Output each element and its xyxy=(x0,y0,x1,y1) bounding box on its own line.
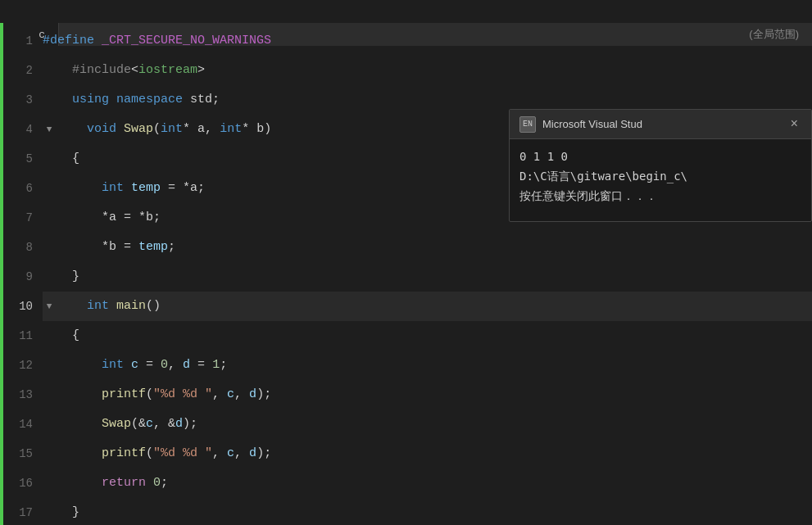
line-number-12: 12 xyxy=(10,351,33,380)
code-line-16: return 0; xyxy=(43,468,812,498)
code-line-9: } xyxy=(43,262,812,292)
code-line-12: int c = 0, d = 1; xyxy=(43,351,812,380)
code-line-8: *b = temp; xyxy=(43,233,812,262)
editor-container: pp2.c (全局范围) 1234567891011121314151617 #… xyxy=(0,23,812,525)
line-number-2: 2 xyxy=(10,56,33,85)
terminal-overlay: EN Microsoft Visual Stud × 0 1 1 0D:\C语言… xyxy=(509,109,812,222)
terminal-line-0: 0 1 1 0 xyxy=(519,147,801,167)
line-number-3: 3 xyxy=(10,85,33,115)
code-line-17: } xyxy=(43,498,812,525)
terminal-close-button[interactable]: × xyxy=(787,115,801,134)
line-number-13: 13 xyxy=(10,380,33,410)
line-number-16: 16 xyxy=(10,468,33,498)
line-number-15: 15 xyxy=(10,439,33,468)
code-line-11: { xyxy=(43,321,812,351)
line-number-4: 4 xyxy=(10,115,33,144)
line-number-5: 5 xyxy=(10,144,33,174)
line-number-8: 8 xyxy=(10,233,33,262)
code-line-15: printf("%d %d ", c, d); xyxy=(43,439,812,468)
terminal-line-1: D:\C语言\gitware\begin_c\ xyxy=(519,167,801,187)
line-number-14: 14 xyxy=(10,410,33,439)
line-number-7: 7 xyxy=(10,203,33,233)
terminal-titlebar: EN Microsoft Visual Stud × xyxy=(510,110,811,139)
terminal-title: Microsoft Visual Stud xyxy=(542,118,787,130)
line-number-11: 11 xyxy=(10,321,33,351)
line-number-10: 10 xyxy=(10,292,33,321)
code-line-2: #include<iostream> xyxy=(43,56,812,85)
line-number-1: 1 xyxy=(10,26,33,56)
line-number-17: 17 xyxy=(10,498,33,525)
line-number-9: 9 xyxy=(10,262,33,292)
line-numbers: 1234567891011121314151617 xyxy=(3,23,39,525)
collapse-icon-4[interactable]: ▼ xyxy=(43,123,56,136)
code-line-14: Swap(&c, &d); xyxy=(43,410,812,439)
code-line-1: #define _CRT_SECURE_NO_WARNINGS xyxy=(43,26,812,56)
code-lines: #define _CRT_SECURE_NO_WARNINGS #include… xyxy=(39,23,812,525)
terminal-icon: EN xyxy=(519,116,536,133)
code-line-13: printf("%d %d ", c, d); xyxy=(43,380,812,410)
terminal-line-2: 按任意键关闭此窗口．．． xyxy=(519,187,801,206)
line-number-6: 6 xyxy=(10,174,33,203)
collapse-icon-10[interactable]: ▼ xyxy=(43,300,56,313)
code-area: 1234567891011121314151617 #define _CRT_S… xyxy=(0,23,812,525)
code-line-10: ▼ int main() xyxy=(43,292,812,321)
terminal-body: 0 1 1 0D:\C语言\gitware\begin_c\按任意键关闭此窗口．… xyxy=(510,139,811,221)
